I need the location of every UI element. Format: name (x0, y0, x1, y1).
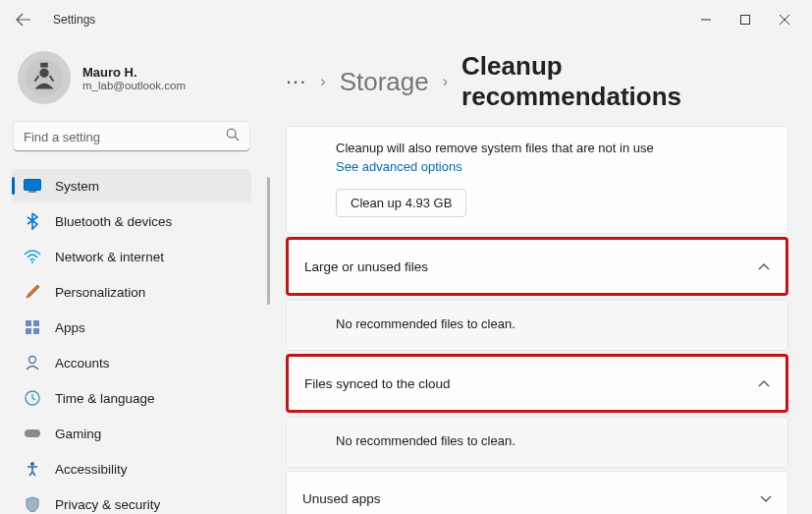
accessibility-icon (24, 460, 41, 478)
nav-accessibility[interactable]: Accessibility (12, 452, 251, 485)
bluetooth-icon (24, 212, 41, 230)
advanced-options-link[interactable]: See advanced options (336, 159, 462, 174)
nav-accounts[interactable]: Accounts (12, 346, 251, 379)
svg-rect-7 (26, 320, 31, 326)
nav-label: Privacy & security (55, 497, 160, 512)
sidebar-scrollbar[interactable] (267, 177, 270, 305)
avatar (18, 51, 71, 104)
search-box (14, 122, 249, 151)
section-title: Large or unused files (304, 259, 428, 274)
chevron-right-icon: › (443, 73, 448, 90)
svg-point-11 (29, 357, 36, 364)
window-controls (686, 5, 804, 34)
cleanup-button[interactable]: Clean up 4.93 GB (336, 189, 466, 217)
maximize-button[interactable] (726, 5, 765, 34)
breadcrumb: ··· › Storage › Cleanup recommendations (286, 51, 788, 112)
section-cloud-files: Files synced to the cloud (286, 354, 788, 413)
nav-label: Network & internet (55, 250, 164, 264)
nav-apps[interactable]: Apps (12, 311, 251, 344)
sidebar: Mauro H. m_lab@outlook.com System Blueto… (0, 39, 270, 514)
chevron-right-icon: › (320, 73, 325, 90)
nav-bluetooth[interactable]: Bluetooth & devices (12, 204, 251, 238)
user-email: m_lab@outlook.com (82, 80, 186, 91)
nav-label: Personalization (55, 285, 145, 300)
svg-point-14 (30, 462, 34, 466)
user-name: Mauro H. (82, 65, 186, 80)
section-body-text: No recommended files to clean. (336, 316, 515, 331)
nav-label: Bluetooth & devices (55, 214, 172, 229)
breadcrumb-storage[interactable]: Storage (340, 67, 429, 97)
nav-label: System (55, 179, 99, 194)
nav: System Bluetooth & devices Network & int… (12, 169, 270, 514)
wifi-icon (24, 248, 41, 265)
section-large-files: Large or unused files (286, 237, 788, 296)
back-arrow-icon (16, 12, 31, 28)
close-icon (780, 15, 789, 25)
search-icon (226, 128, 240, 145)
breadcrumb-more[interactable]: ··· (286, 69, 306, 94)
cleanup-summary-panel: Cleanup will also remove system files th… (286, 126, 788, 234)
nav-gaming[interactable]: Gaming (12, 417, 251, 450)
chevron-down-icon (760, 489, 772, 507)
section-title: Unused apps (302, 491, 381, 506)
svg-point-6 (31, 261, 33, 263)
svg-rect-4 (25, 180, 41, 191)
back-button[interactable] (8, 4, 39, 35)
shield-icon (24, 495, 41, 513)
nav-label: Gaming (55, 427, 101, 441)
minimize-button[interactable] (686, 5, 726, 34)
svg-point-3 (227, 129, 236, 138)
main-content: ··· › Storage › Cleanup recommendations … (270, 39, 812, 514)
nav-time[interactable]: Time & language (12, 381, 251, 415)
gamepad-icon (24, 425, 41, 442)
page-title: Cleanup recommendations (461, 51, 788, 112)
nav-label: Time & language (55, 391, 155, 406)
nav-network[interactable]: Network & internet (12, 240, 251, 273)
section-large-body: No recommended files to clean. (286, 299, 788, 351)
nav-label: Accounts (55, 356, 110, 371)
person-icon (24, 354, 41, 371)
section-body-text: No recommended files to clean. (336, 433, 515, 448)
titlebar: Settings (0, 0, 812, 39)
nav-personalization[interactable]: Personalization (12, 275, 251, 309)
apps-icon (24, 318, 41, 336)
nav-privacy[interactable]: Privacy & security (12, 487, 251, 514)
profile[interactable]: Mauro H. m_lab@outlook.com (12, 47, 270, 122)
system-icon (24, 177, 41, 195)
nav-label: Apps (55, 320, 85, 335)
svg-rect-8 (33, 320, 39, 326)
brush-icon (24, 283, 41, 301)
chevron-up-icon (758, 257, 770, 275)
svg-rect-10 (33, 328, 39, 334)
svg-rect-5 (28, 191, 36, 193)
section-cloud-body: No recommended files to clean. (286, 416, 788, 468)
minimize-icon (701, 15, 711, 25)
nav-label: Accessibility (55, 462, 128, 477)
chevron-up-icon (758, 374, 770, 392)
close-button[interactable] (765, 5, 804, 34)
section-unused-apps: Unused apps (286, 471, 788, 514)
cleanup-description: Cleanup will also remove system files th… (336, 141, 772, 155)
search-input[interactable] (14, 122, 249, 151)
svg-rect-9 (26, 328, 31, 334)
nav-system[interactable]: System (12, 169, 251, 202)
section-title: Files synced to the cloud (304, 376, 451, 391)
svg-rect-13 (25, 429, 40, 437)
svg-rect-0 (741, 16, 750, 25)
section-header-unused[interactable]: Unused apps (287, 472, 787, 514)
maximize-icon (740, 15, 750, 25)
svg-rect-2 (40, 63, 48, 68)
section-header-large[interactable]: Large or unused files (289, 240, 785, 293)
section-header-cloud[interactable]: Files synced to the cloud (289, 357, 785, 410)
app-title: Settings (53, 13, 95, 27)
clock-icon (24, 389, 41, 407)
